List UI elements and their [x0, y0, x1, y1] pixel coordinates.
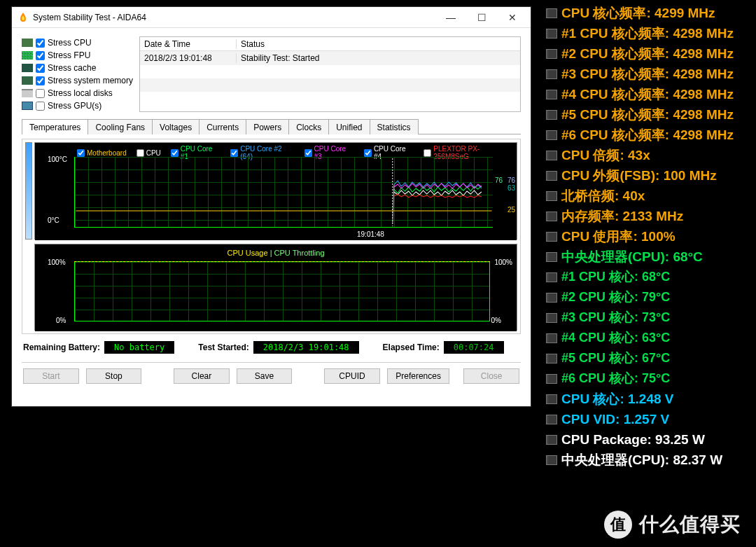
x-axis-timestamp: 19:01:48 [357, 230, 384, 238]
chip-icon [546, 110, 557, 120]
chip-icon [546, 313, 557, 323]
stress-checkbox[interactable] [36, 102, 45, 111]
elapsed-label: Elapsed Time: [383, 342, 440, 352]
y-left-0: 0% [56, 317, 66, 324]
temperature-chart-area: Motherboard CPU CPU Core #1 CPU Core #2 … [25, 142, 517, 240]
tab-clocks[interactable]: Clocks [288, 119, 329, 134]
stress-item: Stress CPU [22, 36, 135, 49]
device-icon [22, 89, 33, 97]
tab-temperatures[interactable]: Temperatures [22, 119, 88, 134]
tab-voltages[interactable]: Voltages [152, 119, 200, 134]
osd-stat: CPU 外频(FSB): 100 MHz [546, 165, 750, 186]
start-button[interactable]: Start [23, 368, 79, 384]
test-started-label: Test Started: [198, 342, 248, 352]
stress-label: Stress cache [48, 63, 96, 73]
stress-checklist: Stress CPUStress FPUStress cacheStress s… [22, 36, 135, 112]
tab-unified[interactable]: Unified [328, 119, 370, 134]
stress-checkbox[interactable] [36, 89, 45, 98]
osd-stat: #4 CPU 核心频率: 4298 MHz [546, 84, 750, 104]
titlebar[interactable]: System Stability Test - AIDA64 — ☐ ✕ [12, 7, 531, 28]
chip-icon [546, 415, 557, 424]
cpu-usage-chart[interactable]: CPU Usage | CPU Throttling 100% 0% 100% … [35, 244, 517, 331]
tab-statistics[interactable]: Statistics [370, 119, 419, 134]
elapsed-value: 00:07:24 [444, 341, 504, 354]
chip-icon [546, 151, 557, 160]
osd-stat: #3 CPU 核心: 73°C [546, 307, 750, 328]
event-log-table: Date & Time Status 2018/2/3 19:01:48 Sta… [139, 36, 521, 112]
readout-25: 25 [507, 206, 515, 214]
preferences-button[interactable]: Preferences [387, 368, 450, 384]
temp-scrollbar[interactable] [25, 142, 32, 240]
osd-stat: #5 CPU 核心频率: 4298 MHz [546, 104, 750, 125]
save-button[interactable]: Save [237, 368, 293, 384]
osd-stat: #4 CPU 核心: 63°C [546, 328, 750, 348]
stress-label: Stress local disks [48, 88, 113, 98]
readout-63: 63 [507, 184, 515, 192]
chip-icon [546, 354, 557, 363]
tab-currents[interactable]: Currents [199, 119, 246, 134]
battery-value: No battery [104, 341, 174, 354]
chip-icon [546, 49, 557, 59]
chip-icon [546, 293, 557, 303]
osd-stat: CPU 倍频: 43x [546, 145, 750, 165]
stress-checkbox[interactable] [36, 51, 45, 60]
osd-stat: 中央处理器(CPU): 68°C [546, 247, 750, 267]
chip-icon [546, 435, 557, 445]
osd-stat: CPU 核心: 1.248 V [546, 389, 750, 409]
close-button[interactable]: ✕ [497, 8, 528, 27]
stress-checkbox[interactable] [36, 39, 45, 48]
device-icon [22, 102, 33, 110]
chip-icon [546, 212, 557, 221]
device-icon [22, 64, 33, 72]
usage-chart-area: CPU Usage | CPU Throttling 100% 0% 100% … [25, 244, 517, 331]
y-left-100: 100% [48, 258, 66, 266]
osd-stat: 内存频率: 2133 MHz [546, 206, 750, 226]
osd-stat: #1 CPU 核心频率: 4298 MHz [546, 23, 750, 43]
battery-label: Remaining Battery: [23, 342, 100, 352]
chip-icon [546, 29, 557, 39]
stress-label: Stress GPU(s) [48, 101, 102, 111]
log-col-status[interactable]: Status [237, 39, 520, 49]
close-dialog-button[interactable]: Close [463, 368, 519, 384]
tab-cooling-fans[interactable]: Cooling Fans [88, 119, 153, 134]
cpu-usage-line [74, 261, 490, 262]
tab-powers[interactable]: Powers [246, 119, 289, 134]
aida64-window: System Stability Test - AIDA64 — ☐ ✕ Str… [11, 6, 531, 407]
stop-button[interactable]: Stop [86, 368, 142, 384]
chip-icon [546, 90, 557, 99]
device-icon [22, 39, 33, 47]
chip-icon [546, 455, 557, 465]
stress-item: Stress local disks [22, 87, 135, 99]
stress-item: Stress cache [22, 62, 135, 74]
chip-icon [546, 232, 557, 242]
readout-76b: 76 [495, 176, 503, 184]
osd-stat: 北桥倍频: 40x [546, 186, 750, 206]
stress-checkbox[interactable] [36, 64, 45, 73]
osd-stat: 中央处理器(CPU): 82.37 W [546, 450, 750, 470]
osd-stat: CPU 使用率: 100% [546, 226, 750, 247]
log-col-datetime[interactable]: Date & Time [140, 39, 237, 49]
clear-button[interactable]: Clear [174, 368, 230, 384]
stress-item: Stress GPU(s) [22, 99, 135, 112]
chip-icon [546, 130, 557, 140]
osd-stats-panel: CPU 核心频率: 4299 MHz#1 CPU 核心频率: 4298 MHz#… [542, 0, 756, 473]
maximize-button[interactable]: ☐ [466, 8, 497, 27]
stress-item: Stress system memory [22, 74, 135, 87]
stress-checkbox[interactable] [36, 76, 45, 85]
device-icon [22, 51, 33, 60]
osd-stat: CPU 核心频率: 4299 MHz [546, 3, 750, 23]
stress-label: Stress CPU [48, 38, 92, 48]
osd-stat: #6 CPU 核心: 75°C [546, 368, 750, 389]
osd-stat: #5 CPU 核心: 67°C [546, 348, 750, 368]
window-title: System Stability Test - AIDA64 [33, 13, 435, 22]
readout-76a: 76 [507, 176, 515, 184]
cpuid-button[interactable]: CPUID [324, 368, 380, 384]
minimize-button[interactable]: — [435, 8, 466, 27]
chip-icon [546, 333, 557, 343]
temperature-chart[interactable]: Motherboard CPU CPU Core #1 CPU Core #2 … [35, 143, 517, 240]
graph-tabs: TemperaturesCooling FansVoltagesCurrents… [22, 119, 521, 134]
y-right-100: 100% [494, 258, 512, 266]
chip-icon [546, 394, 557, 404]
chip-icon [546, 171, 557, 181]
watermark-text: 什么值得买 [639, 511, 741, 538]
